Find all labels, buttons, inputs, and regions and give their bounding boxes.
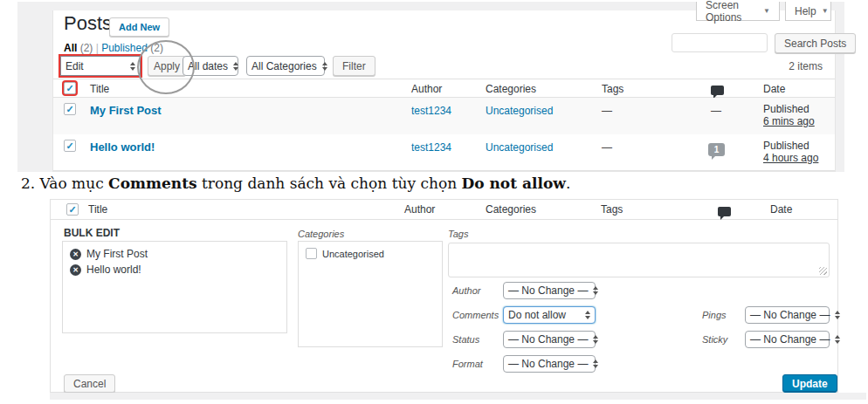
screen-options-tab[interactable]: Screen Options ▼ [696,2,780,21]
format-select[interactable]: — No Change — [503,355,596,373]
select-stepper-icon [593,286,598,295]
resize-grip-icon[interactable] [819,267,827,275]
select-stepper-icon [130,62,135,71]
post-row: ✓ Hello world! test1234 Uncategorised — … [53,134,835,171]
chevron-down-icon: ▼ [822,7,829,15]
selected-post-item: ✕ My First Post [70,248,279,260]
comments-column-icon [718,207,731,216]
post-author-link[interactable]: test1234 [411,105,451,117]
status-select[interactable]: — No Change — [503,331,596,348]
post-row: ✓ My First Post test1234 Uncategorised —… [53,98,835,134]
view-links: All (2) | Published (2) [64,42,163,54]
select-stepper-icon [585,311,590,319]
author-select[interactable]: — No Change — [503,282,596,299]
sticky-select[interactable]: — No Change — [745,331,830,348]
selected-post-title: My First Post [86,248,148,260]
categories-filter-value: All Categories [251,60,317,72]
category-checkbox[interactable] [306,248,317,259]
search-posts-button[interactable]: Search Posts [775,33,856,53]
column-title[interactable]: Title [90,83,109,95]
selected-posts-box: ✕ My First Post ✕ Hello world! [62,241,287,333]
row-checkbox[interactable]: ✓ [64,140,76,152]
post-date: Published 4 hours ago [763,140,818,164]
comments-column-icon [711,86,724,95]
comments-select[interactable]: Do not allow [503,306,596,324]
selected-post-item: ✕ Hello world! [70,264,279,276]
format-select-value: — No Change — [508,358,588,370]
remove-post-icon[interactable]: ✕ [70,249,81,260]
column-categories: Categories [486,83,536,95]
update-button[interactable]: Update [782,374,837,393]
categories-section-label: Categories [298,229,344,239]
column-tags: Tags [602,83,623,95]
post-tags-value: — [602,105,612,117]
column-author: Author [404,203,435,216]
wp-posts-screen: Screen Options ▼ Help ▼ Posts Add New Al… [17,2,844,172]
select-stepper-icon [322,62,327,71]
help-label: Help [795,5,816,17]
select-stepper-icon [593,359,598,368]
categories-filter-select[interactable]: All Categories [246,56,325,76]
dates-filter-select[interactable]: All dates [183,56,238,76]
category-option-row: Uncategorised [306,248,435,259]
post-tags-value: — [602,141,612,154]
cancel-button[interactable]: Cancel [64,374,115,393]
search-input[interactable] [672,33,768,52]
row-checkbox[interactable]: ✓ [64,103,76,115]
view-published-count: (2) [150,42,163,54]
pings-select[interactable]: — No Change — [745,306,830,324]
instruction-bold: Comments [108,175,196,192]
sticky-field-label: Sticky [702,334,727,345]
items-count: 2 items [789,60,823,72]
instruction-part: . [566,175,570,192]
view-published-link[interactable]: Published [101,42,148,54]
instruction-part: trong danh sách và chọn tùy chọn [197,175,462,192]
column-date[interactable]: Date [770,203,792,216]
column-author: Author [411,83,442,95]
screen-options-label: Screen Options [706,0,758,24]
comments-field-label: Comments [452,310,499,320]
help-tab[interactable]: Help ▼ [785,2,831,21]
apply-button[interactable]: Apply [148,56,186,76]
post-title-link[interactable]: Hello world! [90,140,155,154]
column-tags: Tags [601,203,623,216]
post-category-link[interactable]: Uncategorised [486,105,553,117]
post-author-link[interactable]: test1234 [411,141,451,154]
view-all-link[interactable]: All [64,42,77,54]
comment-count-bubble[interactable]: 1 [708,143,725,156]
view-separator: | [96,42,99,54]
bulk-edit-title: BULK EDIT [64,227,120,239]
column-date[interactable]: Date [763,83,785,95]
status-field-label: Status [452,334,479,345]
post-status: Published [763,103,815,115]
tags-textarea[interactable] [448,243,830,277]
select-stepper-icon [233,62,238,71]
select-all-checkbox[interactable]: ✓ [64,82,76,94]
pings-select-value: — No Change — [750,309,830,321]
post-time: 4 hours ago [763,152,818,164]
bulk-action-value: Edit [65,60,84,72]
author-field-label: Author [452,285,480,296]
category-option-label: Uncategorised [322,249,384,259]
remove-post-icon[interactable]: ✕ [70,264,81,276]
posts-table-header: ✓ Title Author Categories Tags Date [53,79,835,98]
post-category-link[interactable]: Uncategorised [486,141,553,154]
selected-post-title: Hello world! [86,264,141,276]
posts-content-card: Posts Add New All (2) | Published (2) Se… [52,10,836,172]
select-all-checkbox[interactable]: ✓ [66,203,79,216]
bulk-action-annotation: Edit [59,54,142,78]
dates-filter-value: All dates [188,60,228,72]
post-title-link[interactable]: My First Post [90,104,162,117]
bulk-action-select[interactable]: Edit [60,56,141,76]
screenshot-bottom-edge [50,393,866,400]
add-new-button[interactable]: Add New [109,17,169,37]
format-field-label: Format [452,359,483,369]
select-stepper-icon [593,335,598,344]
comments-select-value: Do not allow [508,309,566,321]
filter-button[interactable]: Filter [333,56,375,76]
chevron-down-icon: ▼ [763,7,770,15]
tags-section-label: Tags [448,229,468,239]
author-select-value: — No Change — [508,284,588,297]
column-title[interactable]: Title [88,203,107,216]
instruction-bold: Do not allow [462,175,566,192]
